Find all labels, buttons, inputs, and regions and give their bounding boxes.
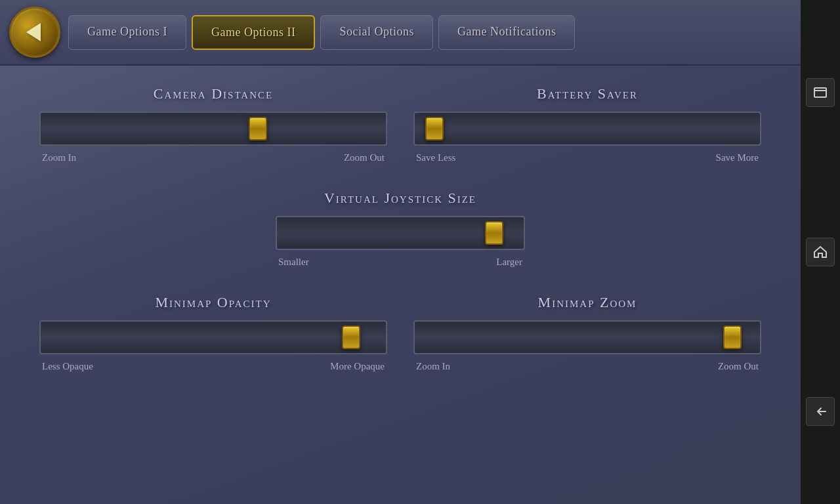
minimap-opacity-label: Minimap Opacity — [155, 294, 271, 311]
minimap-opacity-thumb[interactable] — [342, 326, 360, 349]
window-button[interactable] — [806, 78, 835, 107]
svg-rect-0 — [814, 88, 826, 97]
minimap-zoom-label: Minimap Zoom — [538, 294, 637, 311]
battery-saver-track[interactable] — [413, 112, 761, 146]
minimap-opacity-group: Minimap Opacity Less Opaque More Opaque — [39, 294, 387, 372]
minimap-zoom-ends: Zoom In Zoom Out — [413, 361, 761, 372]
virtual-joystick-track[interactable] — [276, 216, 525, 250]
back-arrow-icon — [26, 23, 41, 41]
tab-game-options-1[interactable]: Game Options I — [68, 15, 186, 50]
content: Camera Distance Zoom In Zoom Out Battery… — [0, 66, 801, 504]
camera-distance-ends: Zoom In Zoom Out — [39, 152, 387, 163]
nav-back-button[interactable] — [806, 397, 835, 426]
minimap-opacity-left-label: Less Opaque — [42, 361, 93, 372]
tab-social-options[interactable]: Social Options — [320, 15, 433, 50]
virtual-joystick-thumb[interactable] — [485, 221, 503, 245]
minimap-opacity-track-container — [39, 320, 387, 354]
camera-distance-label: Camera Distance — [154, 85, 273, 102]
tab-game-notifications[interactable]: Game Notifications — [438, 15, 575, 50]
minimap-zoom-right-label: Zoom Out — [718, 361, 759, 372]
camera-distance-thumb[interactable] — [249, 117, 267, 140]
virtual-joystick-group: Virtual Joystick Size Smaller Larger — [276, 190, 525, 268]
battery-saver-right-label: Save More — [716, 152, 759, 163]
minimap-zoom-thumb[interactable] — [723, 326, 742, 349]
battery-saver-left-label: Save Less — [416, 152, 455, 163]
minimap-zoom-group: Minimap Zoom Zoom In Zoom Out — [413, 294, 761, 372]
minimap-opacity-right-label: More Opaque — [330, 361, 385, 372]
tabs: Game Options I Game Options II Social Op… — [68, 15, 575, 50]
virtual-joystick-left-label: Smaller — [278, 257, 309, 268]
row-3: Minimap Opacity Less Opaque More Opaque … — [39, 294, 761, 372]
virtual-joystick-ends: Smaller Larger — [276, 257, 525, 268]
row-1: Camera Distance Zoom In Zoom Out Battery… — [39, 85, 761, 163]
virtual-joystick-track-container — [276, 216, 525, 250]
camera-distance-track-container — [39, 112, 387, 146]
battery-saver-label: Battery Saver — [537, 85, 638, 102]
minimap-zoom-track[interactable] — [413, 320, 761, 354]
back-icon — [812, 404, 828, 419]
virtual-joystick-label: Virtual Joystick Size — [324, 190, 476, 207]
minimap-opacity-ends: Less Opaque More Opaque — [39, 361, 387, 372]
row-2: Virtual Joystick Size Smaller Larger — [39, 190, 761, 268]
header: Game Options I Game Options II Social Op… — [0, 0, 801, 66]
virtual-joystick-right-label: Larger — [496, 257, 522, 268]
window-icon — [812, 85, 828, 100]
camera-distance-right-label: Zoom Out — [344, 152, 385, 163]
home-button[interactable] — [806, 238, 835, 266]
battery-saver-thumb[interactable] — [425, 117, 444, 140]
battery-saver-track-container — [413, 112, 761, 146]
tab-game-options-2[interactable]: Game Options II — [192, 15, 315, 50]
minimap-zoom-track-container — [413, 320, 761, 354]
back-button[interactable] — [9, 7, 60, 58]
minimap-zoom-left-label: Zoom In — [416, 361, 450, 372]
battery-saver-ends: Save Less Save More — [413, 152, 761, 163]
camera-distance-left-label: Zoom In — [42, 152, 76, 163]
camera-distance-group: Camera Distance Zoom In Zoom Out — [39, 85, 387, 163]
sidebar-right — [801, 0, 840, 504]
home-icon — [812, 244, 828, 260]
minimap-opacity-track[interactable] — [39, 320, 387, 354]
camera-distance-track[interactable] — [39, 112, 387, 146]
battery-saver-group: Battery Saver Save Less Save More — [413, 85, 761, 163]
